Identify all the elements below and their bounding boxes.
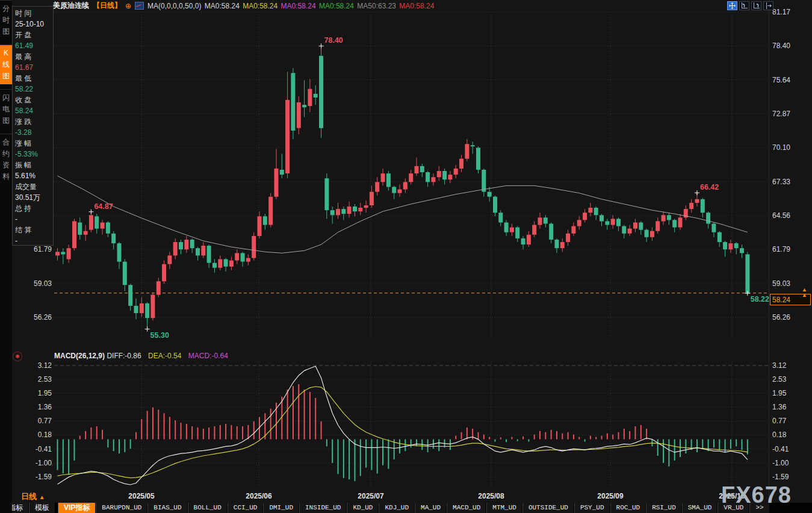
ma-legend-item: MA0:58.24	[319, 2, 356, 10]
chart-type-tab-2[interactable]: K线图	[0, 45, 12, 84]
chart-type-tab-4[interactable]: 合约资料	[0, 134, 12, 185]
ma-legend-item: MA(0,0,0,0,50,0)	[147, 2, 203, 10]
date-label: 2025/06	[246, 492, 271, 500]
info-label: 最 高	[15, 51, 53, 62]
indicator-star-icon[interactable]: ✱	[13, 352, 22, 361]
indicator-tabbar: 指标模板VIP指标BARUPDN_UDBIAS_UDBOLL_UDCCI_UDD…	[0, 503, 812, 513]
info-value: 58.24	[15, 105, 53, 116]
ma-legend-item: MA0:58.24	[281, 2, 318, 10]
macd-macd-value: MACD:-0.64	[188, 352, 228, 360]
indicator-tab-cci-ud[interactable]: CCI_UD	[228, 503, 264, 513]
indicator-tab-kdj-ud[interactable]: KDJ_UD	[379, 503, 415, 513]
chart-type-tabstrip: 分时图K线图闪电图合约资料	[0, 0, 12, 513]
indicator-tab-vip-[interactable]: VIP指标	[58, 503, 96, 513]
info-label: 收 盘	[15, 95, 53, 105]
svg-text:78.40: 78.40	[324, 36, 343, 45]
indicator-tab-macd-ud[interactable]: MACD_UD	[447, 503, 486, 513]
indicator-tab-inside-ud[interactable]: INSIDE_UD	[299, 503, 347, 513]
ma-legend: MA(0,0,0,0,50,0) MA0:58.24 MA0:58.24 MA0…	[147, 2, 435, 10]
info-value: -	[15, 235, 53, 246]
ma-legend-item: MA0:58.24	[399, 2, 434, 10]
date-label: 2025/05	[128, 492, 154, 500]
date-label: 2025/09	[597, 492, 623, 500]
indicator-tab-mtm-ud[interactable]: MTM_UD	[486, 503, 522, 513]
info-value: 5.61%	[15, 170, 53, 181]
date-label: 2025/08	[478, 492, 504, 500]
info-value: -5.33%	[15, 149, 53, 160]
info-value: 61.49	[15, 40, 53, 51]
chart-toolbar	[727, 1, 773, 10]
info-label: 涨 跌	[15, 116, 53, 127]
chart-type-tab-3[interactable]: 闪电图	[0, 89, 12, 129]
info-label: 最 低	[15, 73, 53, 84]
info-label: 结 算	[15, 225, 53, 235]
svg-text:66.42: 66.42	[700, 183, 719, 191]
pan-icon[interactable]	[727, 1, 737, 10]
symbol-title: 美原油连续	[53, 1, 89, 11]
info-label: 总 持	[15, 203, 53, 214]
mini-chart-icon[interactable]	[135, 2, 144, 10]
chart-type-tab-1[interactable]: 分时图	[0, 0, 12, 40]
info-value: 58.22	[15, 84, 53, 95]
macd-diff-value: DIFF:-0.86	[107, 352, 141, 360]
indicator-tab-dmi-ud[interactable]: DMI_UD	[263, 503, 299, 513]
period-indicator[interactable]: 日线 ▲	[21, 491, 45, 502]
chart-app-window: 64.8755.3078.4066.4258.22 分时图K线图闪电图合约资料 …	[0, 0, 812, 513]
indicator-tab--[interactable]: 模板	[29, 503, 55, 513]
indicator-tab-bias-ud[interactable]: BIAS_UD	[147, 503, 187, 513]
svg-text:58.22: 58.22	[751, 295, 769, 303]
info-label: 时 间	[15, 8, 53, 19]
axis-right-icon[interactable]	[751, 1, 761, 10]
period-arrow-icon: ▲	[39, 494, 45, 500]
date-axis-row: 日线 ▲ 2025/052025/062025/072025/082025/09…	[0, 491, 812, 502]
info-label: 成交量	[15, 181, 53, 192]
axis-left-icon[interactable]	[739, 1, 749, 10]
indicator-tab-barupdn-ud[interactable]: BARUPDN_UD	[96, 503, 147, 513]
info-value: -	[15, 214, 53, 225]
info-value: 30.51万	[15, 192, 53, 203]
chart-header: 美原油连续【日线】⊕MA(0,0,0,0,50,0) MA0:58.24 MA0…	[53, 1, 435, 11]
ma-legend-item: MA50:63.23	[357, 2, 398, 10]
svg-text:55.30: 55.30	[150, 331, 169, 340]
plus-icon[interactable]: ⊕	[125, 2, 131, 10]
info-label: 涨 幅	[15, 138, 53, 149]
info-value: 25-10-10	[15, 19, 53, 30]
indicator-tab-boll-ud[interactable]: BOLL_UD	[188, 503, 228, 513]
indicator-tab-sma-ud[interactable]: SMA_UD	[682, 503, 718, 513]
info-label: 开 盘	[15, 30, 53, 40]
date-label: 2025/07	[358, 492, 383, 500]
info-value: 61.67	[15, 62, 53, 73]
period-tag[interactable]: 【日线】	[93, 1, 122, 11]
ma-legend-item: MA0:58.24	[243, 2, 279, 10]
indicator-tab-psy-ud[interactable]: PSY_UD	[574, 503, 610, 513]
macd-header: MACD(26,12,9) DIFF:-0.86 DEA:-0.54 MACD:…	[54, 352, 228, 360]
indicator-tab-kd-ud[interactable]: KD_UD	[347, 503, 379, 513]
info-value: -3.28	[15, 127, 53, 138]
info-label: 振 幅	[15, 160, 53, 170]
scroll-right-icon[interactable]	[763, 1, 773, 10]
indicator-tab-rsi-ud[interactable]: RSI_UD	[646, 503, 682, 513]
macd-dea-value: DEA:-0.54	[148, 352, 181, 360]
quote-info-panel: 时 间25-10-10开 盘61.49最 高61.67最 低58.22收 盘58…	[12, 6, 54, 246]
macd-title: MACD(26,12,9)	[54, 352, 105, 360]
fx678-watermark: FX678	[721, 482, 792, 508]
svg-text:64.87: 64.87	[94, 202, 113, 211]
indicator-tab-roc-ud[interactable]: ROC_UD	[610, 503, 646, 513]
indicator-tab-ma-ud[interactable]: MA_UD	[415, 503, 447, 513]
ma-legend-item: MA0:58.24	[205, 2, 241, 10]
price-macd-plot[interactable]: 64.8755.3078.4066.4258.22	[0, 0, 812, 513]
indicator-tab-outside-ud[interactable]: OUTSIDE_UD	[522, 503, 574, 513]
price-up-arrow-icon: ▲▲	[802, 287, 807, 298]
